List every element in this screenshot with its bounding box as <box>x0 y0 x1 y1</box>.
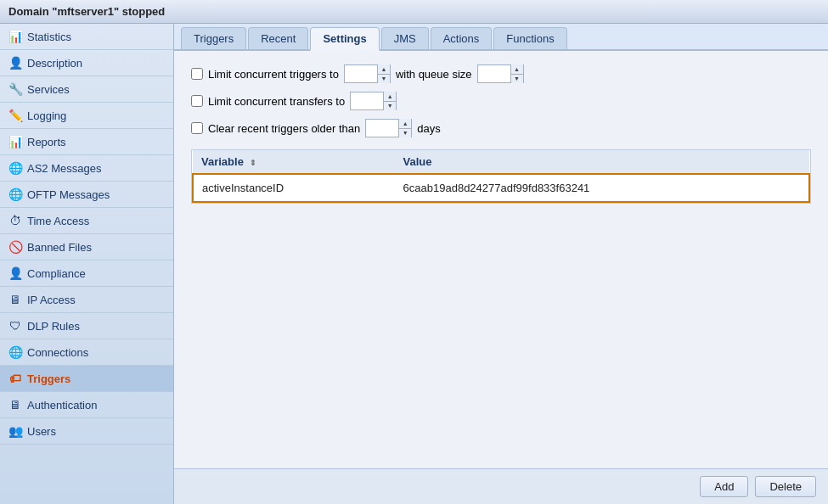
bottom-bar: Add Delete <box>174 468 828 504</box>
sidebar-label-services: Services <box>27 83 70 96</box>
sidebar-item-triggers[interactable]: 🏷Triggers <box>0 366 173 392</box>
sidebar-item-users[interactable]: 👥Users <box>0 418 173 445</box>
sidebar-item-authentication[interactable]: 🖥Authentication <box>0 392 173 418</box>
users-icon: 👥 <box>8 424 22 438</box>
sidebar-label-as2: AS2 Messages <box>27 162 101 175</box>
sidebar-label-users: Users <box>27 425 56 438</box>
sidebar-item-statistics[interactable]: 📊Statistics <box>0 24 173 50</box>
sidebar-item-compliance[interactable]: 👤Compliance <box>0 260 173 287</box>
limit-triggers-input[interactable]: 50 <box>345 65 377 82</box>
sidebar-label-dlprules: DLP Rules <box>27 320 80 333</box>
queue-size-label: with queue size <box>396 68 472 81</box>
limit-transfers-spinbox[interactable]: 10 ▲ ▼ <box>350 92 397 110</box>
timeaccess-icon: ⏱ <box>8 214 22 227</box>
services-icon: 🔧 <box>8 82 22 96</box>
limit-triggers-spinbox[interactable]: 50 ▲ ▼ <box>344 64 391 83</box>
sidebar-item-timeaccess[interactable]: ⏱Time Access <box>0 208 173 234</box>
content-area: 📊Statistics👤Description🔧Services✏️Loggin… <box>0 24 828 504</box>
sidebar: 📊Statistics👤Description🔧Services✏️Loggin… <box>0 24 174 504</box>
ipaccess-icon: 🖥 <box>8 293 22 306</box>
limit-triggers-spin-up[interactable]: ▲ <box>378 64 390 75</box>
limit-transfers-spin-down[interactable]: ▼ <box>384 102 396 111</box>
sidebar-item-logging[interactable]: ✏️Logging <box>0 103 173 129</box>
oftp-icon: 🌐 <box>8 188 22 201</box>
sidebar-label-authentication: Authentication <box>27 399 97 412</box>
description-icon: 👤 <box>8 56 22 70</box>
bannedfiles-icon: 🚫 <box>8 240 22 254</box>
settings-content: Limit concurrent triggers to 50 ▲ ▼ with… <box>174 51 828 468</box>
sidebar-label-statistics: Statistics <box>27 31 71 43</box>
connections-icon: 🌐 <box>8 345 22 359</box>
table-row[interactable]: activeInstanceID6caab19ad8d24277adf99fd8… <box>193 174 809 202</box>
sidebar-label-logging: Logging <box>27 109 66 122</box>
add-button[interactable]: Add <box>700 476 748 497</box>
clear-recent-checkbox[interactable] <box>191 122 203 134</box>
days-label: days <box>417 122 440 135</box>
sidebar-item-dlprules[interactable]: 🛡DLP Rules <box>0 313 173 339</box>
sidebar-label-connections: Connections <box>27 346 88 359</box>
dlprules-icon: 🛡 <box>8 319 22 333</box>
sidebar-item-services[interactable]: 🔧Services <box>0 76 173 103</box>
clear-recent-spin-up[interactable]: ▲ <box>399 119 411 129</box>
limit-transfers-checkbox[interactable] <box>191 95 203 107</box>
limit-triggers-spin-buttons: ▲ ▼ <box>377 64 390 83</box>
sidebar-item-as2[interactable]: 🌐AS2 Messages <box>0 155 173 182</box>
triggers-icon: 🏷 <box>8 372 22 385</box>
authentication-icon: 🖥 <box>8 398 22 412</box>
queue-size-spin-up[interactable]: ▲ <box>511 64 523 75</box>
sidebar-label-triggers: Triggers <box>27 372 70 385</box>
limit-transfers-label: Limit concurrent transfers to <box>208 95 345 108</box>
limit-transfers-input[interactable]: 10 <box>351 92 383 109</box>
column-variable: Variable ⇕ <box>193 150 395 174</box>
column-value: Value <box>395 150 809 174</box>
main-window: Domain "mftserver1" stopped 📊Statistics👤… <box>0 0 828 504</box>
sidebar-label-ipaccess: IP Access <box>27 294 76 306</box>
tab-triggers[interactable]: Triggers <box>181 27 246 49</box>
clear-recent-input[interactable]: 0 <box>366 120 398 137</box>
queue-size-spin-down[interactable]: ▼ <box>511 75 523 84</box>
delete-button[interactable]: Delete <box>755 476 816 497</box>
sidebar-label-description: Description <box>27 57 82 70</box>
sidebar-item-reports[interactable]: 📊Reports <box>0 129 173 155</box>
sidebar-label-oftp: OFTP Messages <box>27 188 110 201</box>
sidebar-item-bannedfiles[interactable]: 🚫Banned Files <box>0 234 173 260</box>
queue-size-spinbox[interactable]: 100 ▲ ▼ <box>477 64 524 83</box>
title-bar: Domain "mftserver1" stopped <box>0 0 828 24</box>
limit-triggers-spin-down[interactable]: ▼ <box>378 75 390 84</box>
statistics-icon: 📊 <box>8 30 22 43</box>
tabs-bar: TriggersRecentSettingsJMSActionsFunction… <box>174 24 828 51</box>
sidebar-item-description[interactable]: 👤Description <box>0 50 173 76</box>
column-value-label: Value <box>403 155 432 168</box>
limit-triggers-row: Limit concurrent triggers to 50 ▲ ▼ with… <box>191 64 811 83</box>
clear-recent-spin-down[interactable]: ▼ <box>399 129 411 138</box>
reports-icon: 📊 <box>8 135 22 148</box>
queue-size-input[interactable]: 100 <box>478 65 510 82</box>
variable-sort-icon: ⇕ <box>250 159 256 167</box>
logging-icon: ✏️ <box>8 109 22 122</box>
limit-triggers-label: Limit concurrent triggers to <box>208 68 339 81</box>
tab-settings[interactable]: Settings <box>310 27 379 51</box>
clear-recent-spinbox[interactable]: 0 ▲ ▼ <box>365 119 412 137</box>
clear-recent-spin-buttons: ▲ ▼ <box>398 119 411 137</box>
compliance-icon: 👤 <box>8 266 22 280</box>
limit-transfers-spin-buttons: ▲ ▼ <box>383 92 396 110</box>
sidebar-item-connections[interactable]: 🌐Connections <box>0 339 173 366</box>
limit-transfers-row: Limit concurrent transfers to 10 ▲ ▼ <box>191 92 811 110</box>
clear-recent-row: Clear recent triggers older than 0 ▲ ▼ d… <box>191 119 811 137</box>
tab-jms[interactable]: JMS <box>381 27 429 49</box>
sidebar-label-reports: Reports <box>27 136 66 148</box>
tab-recent[interactable]: Recent <box>248 27 308 49</box>
as2-icon: 🌐 <box>8 161 22 175</box>
sidebar-item-ipaccess[interactable]: 🖥IP Access <box>0 287 173 313</box>
column-variable-label: Variable <box>201 155 244 168</box>
window-title: Domain "mftserver1" stopped <box>8 5 165 18</box>
main-panel: TriggersRecentSettingsJMSActionsFunction… <box>174 24 828 504</box>
tab-actions[interactable]: Actions <box>431 27 493 49</box>
cell-value-0: 6caab19ad8d24277adf99fd833f63241 <box>395 174 809 202</box>
limit-transfers-spin-up[interactable]: ▲ <box>384 92 396 102</box>
sidebar-item-oftp[interactable]: 🌐OFTP Messages <box>0 182 173 208</box>
limit-triggers-checkbox[interactable] <box>191 68 203 80</box>
sidebar-label-timeaccess: Time Access <box>27 215 89 227</box>
tab-functions[interactable]: Functions <box>493 27 566 49</box>
table-header-row: Variable ⇕ Value <box>193 150 809 174</box>
